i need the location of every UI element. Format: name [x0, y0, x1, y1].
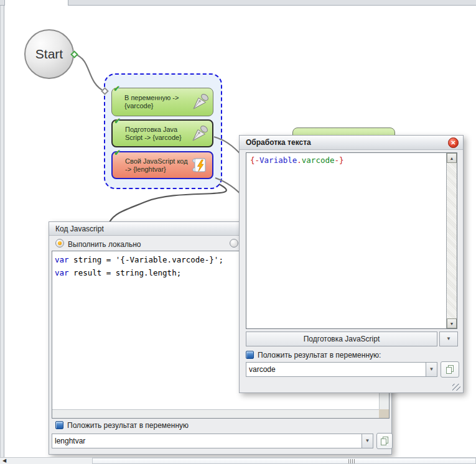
code-keyword: var — [55, 255, 69, 264]
editor-horizontal-scrollbar[interactable] — [52, 409, 379, 418]
top-edge-strip — [0, 0, 476, 6]
action-dropdown-button[interactable]: ▼ — [439, 332, 458, 346]
block-set-variable[interactable]: ✔ В переменную -> {varcode} — [111, 88, 213, 116]
script-icon — [190, 155, 210, 175]
resize-grip[interactable] — [452, 384, 460, 391]
pen-icon — [190, 124, 210, 144]
block-own-javascript-code[interactable]: ✔ Свой JavaScript код -> {lenghtvar} — [111, 151, 213, 179]
prepare-javascript-button[interactable]: Подготовка JavaScript — [246, 332, 437, 346]
editor-scrollbar-corner — [379, 409, 389, 418]
scrollbar-grip — [348, 459, 355, 463]
scroll-down-icon[interactable]: ▼ — [447, 318, 457, 328]
macro-close: -} — [335, 155, 344, 165]
block-label: Свой JavaScript код -> {lenghtvar} — [125, 157, 189, 174]
chevron-down-icon[interactable]: ▼ — [362, 434, 373, 448]
variable-icon — [55, 421, 63, 429]
text-dialog-title[interactable]: Обработка текста — [240, 136, 463, 150]
code-rest: string = '{-Variable.varcode-}'; — [69, 255, 223, 264]
radio-execute-locally-label: Выполнить локально — [68, 240, 141, 249]
canvas-horizontal-scrollbar[interactable]: ◀ — [0, 457, 476, 464]
radio-execute-locally[interactable] — [55, 239, 64, 248]
js-dialog-title-label: Код Javascript — [55, 225, 104, 233]
js-result-variable-combo[interactable]: ▼ — [52, 434, 373, 448]
scroll-up-icon[interactable]: ▲ — [447, 153, 457, 163]
pen-icon — [190, 92, 210, 112]
js-result-label: Положить результат в переменную — [67, 421, 189, 430]
close-icon[interactable]: ✕ — [448, 137, 459, 148]
text-processing-dialog: Обработка текста ✕ {-Variable.varcode-} … — [239, 135, 464, 393]
code-rest: result = string.length; — [69, 268, 182, 277]
text-result-variable-input[interactable] — [249, 363, 424, 376]
success-check-icon: ✔ — [113, 85, 120, 93]
text-result-variable-combo[interactable]: ▼ — [246, 362, 437, 377]
radio-execute-remote[interactable] — [230, 239, 238, 248]
left-edge-strip — [0, 6, 4, 457]
start-node-label: Start — [35, 47, 63, 62]
success-check-icon: ✔ — [114, 149, 121, 157]
textarea-scrollbar[interactable]: ▲ ▼ — [446, 153, 457, 328]
chevron-down-icon[interactable]: ▼ — [426, 363, 437, 376]
macro-object: Variable — [259, 155, 297, 165]
text-copy-button[interactable] — [441, 361, 459, 378]
macro-dot: . — [297, 155, 302, 165]
js-copy-button[interactable] — [376, 433, 393, 449]
js-result-variable-input[interactable] — [55, 434, 360, 448]
macro-name: varcode — [302, 155, 335, 165]
scrollbar-thumb[interactable] — [92, 458, 476, 464]
copy-pages-icon — [446, 367, 452, 374]
prepare-javascript-label: Подготовка JavaScript — [304, 335, 380, 343]
text-dialog-title-label: Обработка текста — [246, 138, 311, 147]
variable-icon — [246, 351, 254, 359]
success-check-icon: ✔ — [114, 117, 121, 125]
macro-textarea[interactable]: {-Variable.varcode-} ▲ ▼ — [246, 152, 457, 329]
macro-text: {-Variable.varcode-} — [250, 155, 344, 165]
block-prepare-javascript[interactable]: ✔ Подготовка Java Script -> {varcode} — [111, 119, 213, 147]
text-result-label: Положить результат в переменную: — [258, 351, 381, 360]
top-tab[interactable] — [4, 0, 68, 6]
macro-open: {- — [250, 155, 259, 165]
scroll-left-icon[interactable]: ◀ — [1, 458, 8, 464]
block-label: В переменную -> {varcode} — [124, 94, 189, 110]
copy-pages-icon — [381, 438, 386, 445]
block-label: Подготовка Java Script -> {varcode} — [125, 126, 189, 142]
start-node[interactable]: Start — [24, 29, 74, 79]
code-keyword: var — [55, 268, 69, 277]
